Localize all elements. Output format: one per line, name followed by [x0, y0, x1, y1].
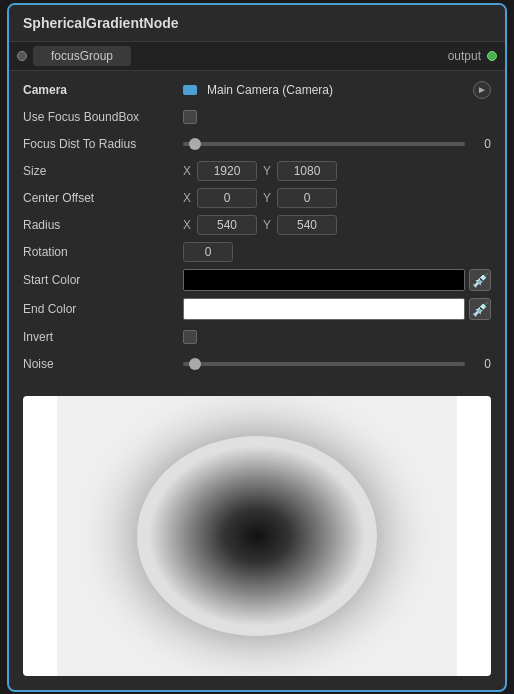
- end-color-eyedropper[interactable]: 💉: [469, 298, 491, 320]
- preview-area: [23, 396, 491, 676]
- center-offset-inputs: X Y: [183, 188, 337, 208]
- rotation-label: Rotation: [23, 245, 183, 259]
- node-content: Camera Main Camera (Camera) ► Use Focus …: [9, 71, 505, 388]
- size-row: Size X Y: [23, 160, 491, 182]
- tab-dot: [17, 51, 27, 61]
- invert-value-area: [183, 330, 491, 344]
- radius-label: Radius: [23, 218, 183, 232]
- focus-dist-slider-container: 0: [183, 137, 491, 151]
- size-y-input[interactable]: [277, 161, 337, 181]
- center-y-label: Y: [263, 191, 271, 205]
- start-color-eyedropper[interactable]: 💉: [469, 269, 491, 291]
- rotation-input[interactable]: [183, 242, 233, 262]
- camera-label: Camera: [23, 83, 183, 97]
- radius-x-input[interactable]: [197, 215, 257, 235]
- focus-dist-label: Focus Dist To Radius: [23, 137, 183, 151]
- tab-focusgroup[interactable]: focusGroup: [33, 46, 131, 66]
- end-color-swatch[interactable]: [183, 298, 465, 320]
- size-x-label: X: [183, 164, 191, 178]
- end-color-row: End Color 💉: [23, 297, 491, 321]
- end-color-label: End Color: [23, 302, 183, 316]
- noise-slider[interactable]: [183, 362, 465, 366]
- invert-row: Invert: [23, 326, 491, 348]
- output-dot: [487, 51, 497, 61]
- camera-row: Camera Main Camera (Camera) ►: [23, 79, 491, 101]
- node-panel: SphericalGradientNode focusGroup output …: [7, 3, 507, 692]
- camera-icon: [183, 85, 197, 95]
- center-offset-row: Center Offset X Y: [23, 187, 491, 209]
- use-focus-boundbox-checkbox[interactable]: [183, 110, 197, 124]
- start-color-swatch[interactable]: [183, 269, 465, 291]
- tab-left: focusGroup: [17, 46, 131, 66]
- radius-y-label: Y: [263, 218, 271, 232]
- noise-value: 0: [471, 357, 491, 371]
- rotation-row: Rotation: [23, 241, 491, 263]
- noise-thumb: [189, 358, 201, 370]
- size-y-label: Y: [263, 164, 271, 178]
- use-focus-boundbox-value: [183, 110, 491, 124]
- focus-dist-thumb: [189, 138, 201, 150]
- camera-value: Main Camera (Camera): [207, 83, 333, 97]
- radius-y-input[interactable]: [277, 215, 337, 235]
- use-focus-boundbox-label: Use Focus BoundBox: [23, 110, 183, 124]
- size-label: Size: [23, 164, 183, 178]
- radius-row: Radius X Y: [23, 214, 491, 236]
- node-tabs: focusGroup output: [9, 42, 505, 71]
- start-color-row: Start Color 💉: [23, 268, 491, 292]
- gradient-preview: [23, 396, 491, 676]
- size-inputs: X Y: [183, 161, 337, 181]
- center-offset-label: Center Offset: [23, 191, 183, 205]
- center-y-input[interactable]: [277, 188, 337, 208]
- radius-x-label: X: [183, 218, 191, 232]
- center-x-label: X: [183, 191, 191, 205]
- noise-row: Noise 0: [23, 353, 491, 375]
- noise-label: Noise: [23, 357, 183, 371]
- size-x-input[interactable]: [197, 161, 257, 181]
- use-focus-boundbox-row: Use Focus BoundBox: [23, 106, 491, 128]
- svg-point-2: [137, 436, 377, 636]
- focus-dist-slider[interactable]: [183, 142, 465, 146]
- rotation-value-area: [183, 242, 491, 262]
- invert-label: Invert: [23, 330, 183, 344]
- tab-output: output: [448, 49, 497, 63]
- invert-checkbox[interactable]: [183, 330, 197, 344]
- focus-dist-value: 0: [471, 137, 491, 151]
- camera-expand-btn[interactable]: ►: [473, 81, 491, 99]
- radius-inputs: X Y: [183, 215, 337, 235]
- center-x-input[interactable]: [197, 188, 257, 208]
- start-color-label: Start Color: [23, 273, 183, 287]
- noise-slider-container: 0: [183, 357, 491, 371]
- focus-dist-row: Focus Dist To Radius 0: [23, 133, 491, 155]
- camera-value-area: Main Camera (Camera) ►: [183, 81, 491, 99]
- tab-output-label: output: [448, 49, 481, 63]
- node-title: SphericalGradientNode: [9, 5, 505, 42]
